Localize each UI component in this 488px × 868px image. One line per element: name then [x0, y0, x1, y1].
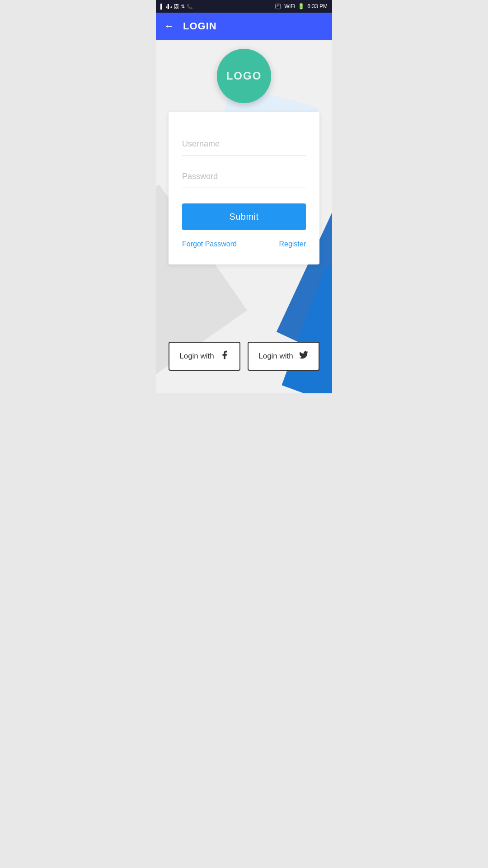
username-input[interactable] [182, 135, 306, 151]
password-group [182, 167, 306, 188]
submit-button[interactable]: Submit [182, 203, 306, 230]
logo-container: LOGO [217, 49, 271, 103]
signal-1-icon: ▌ [160, 4, 164, 9]
register-link[interactable]: Register [279, 240, 306, 248]
links-row: Forgot Password Register [182, 240, 306, 251]
page-title: LOGIN [183, 20, 217, 32]
nav-bar: ← LOGIN [156, 13, 332, 40]
password-input[interactable] [182, 167, 306, 184]
status-bar: ▌ ₁▌₂ 🖼 ⇅ 📞 📳 WiFi 🔋 6:33 PM [156, 0, 332, 13]
login-card: Submit Forgot Password Register [169, 112, 319, 264]
back-button[interactable]: ← [164, 20, 174, 32]
facebook-icon [220, 350, 230, 363]
logo-circle: LOGO [217, 49, 271, 103]
vibrate-icon: 📳 [275, 3, 282, 9]
battery-icon: 🔋 [298, 3, 305, 9]
forgot-password-link[interactable]: Forgot Password [182, 240, 237, 248]
status-left: ▌ ₁▌₂ 🖼 ⇅ 📞 [160, 4, 193, 9]
background-area: LOGO Submit Forgot Password Register Log… [156, 40, 332, 393]
status-right: 📳 WiFi 🔋 6:33 PM [275, 3, 328, 9]
logo-text: LOGO [226, 70, 262, 82]
twitter-icon [299, 350, 309, 363]
social-row: Login with Login with [169, 342, 319, 371]
time-display: 6:33 PM [307, 3, 328, 9]
phone-icon: 📞 [187, 4, 193, 9]
image-icon: 🖼 [174, 4, 179, 9]
transfer-icon: ⇅ [181, 4, 185, 9]
twitter-login-label: Login with [258, 352, 293, 361]
facebook-login-label: Login with [179, 352, 214, 361]
wifi-icon: WiFi [284, 3, 295, 9]
input-spacer [182, 160, 306, 167]
username-group [182, 135, 306, 156]
facebook-login-button[interactable]: Login with [169, 342, 240, 371]
twitter-login-button[interactable]: Login with [248, 342, 319, 371]
signal-2-icon: ₁▌₂ [166, 4, 172, 9]
